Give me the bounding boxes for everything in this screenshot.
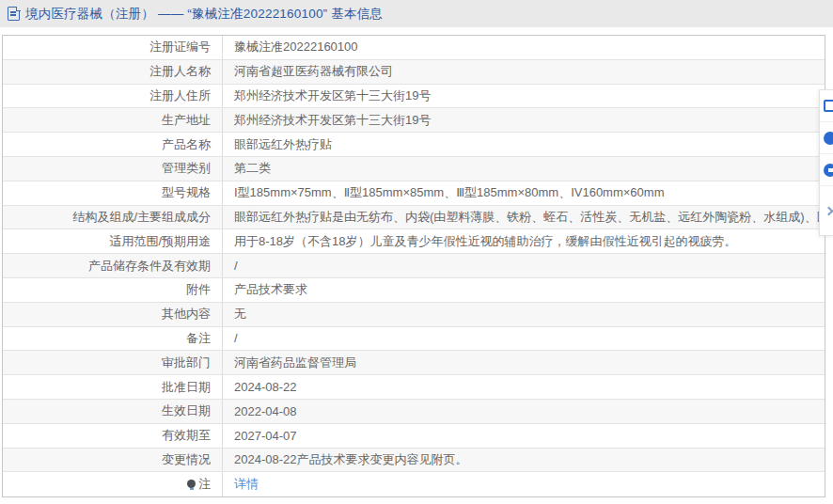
row-value: / bbox=[223, 327, 825, 351]
detail-link[interactable]: 详情 bbox=[234, 476, 259, 493]
circle-icon bbox=[824, 132, 833, 145]
row-value: 2022-04-08 bbox=[223, 400, 825, 423]
square-icon bbox=[824, 100, 833, 112]
row-value: / bbox=[223, 254, 825, 277]
row-label-text: 备注 bbox=[186, 330, 211, 347]
row-value: 第二类 bbox=[223, 157, 825, 181]
table-row: 产品名称眼部远红外热疗贴 bbox=[3, 133, 825, 157]
row-label-text: 注册人住所 bbox=[149, 87, 211, 104]
row-label-text: 生产地址 bbox=[162, 112, 211, 129]
row-label: 生效日期 bbox=[3, 400, 223, 423]
document-icon bbox=[8, 7, 20, 21]
row-label-text: 产品名称 bbox=[162, 136, 211, 153]
share-collapse[interactable] bbox=[820, 186, 833, 235]
table-row: 批准日期2024-08-22 bbox=[3, 375, 825, 400]
row-value: I型185mm×75mm、Ⅱ型185mm×85mm、Ⅲ型185mm×80mm、I… bbox=[223, 181, 825, 205]
share-item-badge[interactable] bbox=[820, 154, 833, 186]
row-label: 注 bbox=[3, 472, 223, 496]
row-value: 眼部远红外热疗贴 bbox=[223, 133, 825, 156]
row-value: 用于8-18岁（不含18岁）儿童及青少年假性近视的辅助治疗，缓解由假性近视引起的… bbox=[223, 229, 825, 253]
row-value-text: 郑州经济技术开发区第十三大街19号 bbox=[234, 87, 431, 104]
row-label-text: 生效日期 bbox=[162, 402, 211, 419]
table-row: 备注/ bbox=[3, 327, 825, 352]
row-label-text: 其他内容 bbox=[162, 306, 211, 323]
row-value: 无 bbox=[223, 303, 825, 326]
row-value: 产品技术要求 bbox=[223, 278, 825, 302]
share-widget bbox=[819, 89, 833, 236]
row-label: 管理类别 bbox=[3, 157, 223, 181]
row-label-text: 注册证编号 bbox=[149, 39, 211, 55]
table-row: 注详情 bbox=[3, 472, 825, 496]
row-value-text: 眼部远红外热疗贴是由无纺布、内袋(由塑料薄膜、铁粉、蛭石、活性炭、无机盐、远红外… bbox=[234, 209, 825, 226]
table-row: 管理类别第二类 bbox=[3, 157, 825, 181]
share-item-circle[interactable] bbox=[820, 122, 833, 154]
row-value-text: 郑州经济技术开发区第十三大街19号 bbox=[234, 112, 431, 129]
row-value-text: 眼部远红外热疗贴 bbox=[234, 136, 332, 153]
row-value-text: 无 bbox=[234, 306, 246, 323]
row-label: 型号规格 bbox=[3, 181, 223, 205]
table-row: 附件产品技术要求 bbox=[3, 278, 825, 303]
table-row: 适用范围/预期用途用于8-18岁（不含18岁）儿童及青少年假性近视的辅助治疗，缓… bbox=[3, 229, 825, 254]
row-label: 注册人住所 bbox=[3, 85, 223, 108]
row-value-text: 产品技术要求 bbox=[234, 281, 307, 298]
row-label: 注册证编号 bbox=[3, 36, 223, 59]
table-row: 审批部门河南省药品监督管理局 bbox=[3, 351, 825, 375]
page-title: 境内医疗器械（注册） —— “豫械注准20222160100” 基本信息 bbox=[25, 6, 383, 23]
row-value-text: 第二类 bbox=[234, 160, 271, 177]
badge-icon bbox=[824, 164, 833, 177]
row-label-text: 型号规格 bbox=[162, 184, 211, 201]
row-value-text: 用于8-18岁（不含18岁）儿童及青少年假性近视的辅助治疗，缓解由假性近视引起的… bbox=[234, 233, 736, 250]
row-label: 注册人名称 bbox=[3, 60, 223, 84]
row-label-text: 注册人名称 bbox=[149, 63, 211, 80]
row-value: 详情 bbox=[223, 472, 825, 496]
row-label-text: 审批部门 bbox=[162, 354, 211, 371]
row-label: 备注 bbox=[3, 327, 223, 351]
table-row: 结构及组成/主要组成成分眼部远红外热疗贴是由无纺布、内袋(由塑料薄膜、铁粉、蛭石… bbox=[3, 206, 825, 230]
table-row: 型号规格I型185mm×75mm、Ⅱ型185mm×85mm、Ⅲ型185mm×80… bbox=[3, 181, 825, 206]
row-label: 附件 bbox=[3, 278, 223, 302]
row-label: 审批部门 bbox=[3, 351, 223, 374]
table-row: 注册证编号豫械注准20222160100 bbox=[3, 36, 825, 60]
note-bulb-icon bbox=[187, 480, 196, 490]
share-item-square[interactable] bbox=[820, 90, 833, 122]
table-row: 生产地址郑州经济技术开发区第十三大街19号 bbox=[3, 108, 825, 133]
row-value-text: I型185mm×75mm、Ⅱ型185mm×85mm、Ⅲ型185mm×80mm、I… bbox=[234, 184, 665, 201]
row-label: 适用范围/预期用途 bbox=[3, 229, 223, 253]
row-value: 眼部远红外热疗贴是由无纺布、内袋(由塑料薄膜、铁粉、蛭石、活性炭、无机盐、远红外… bbox=[223, 206, 825, 229]
row-value-text: 2022-04-08 bbox=[234, 404, 297, 418]
row-value: 河南省药品监督管理局 bbox=[223, 351, 825, 374]
row-value: 郑州经济技术开发区第十三大街19号 bbox=[223, 108, 825, 132]
row-value-text: 2024-08-22 bbox=[234, 380, 297, 394]
row-value: 2024-08-22 bbox=[223, 375, 825, 399]
row-label: 产品名称 bbox=[3, 133, 223, 156]
row-value-text: / bbox=[234, 331, 238, 345]
row-value-text: / bbox=[234, 259, 238, 273]
row-label: 其他内容 bbox=[3, 303, 223, 326]
table-row: 其他内容无 bbox=[3, 303, 825, 327]
row-label-text: 管理类别 bbox=[162, 160, 211, 177]
row-label: 结构及组成/主要组成成分 bbox=[3, 206, 223, 229]
row-value: 豫械注准20222160100 bbox=[223, 36, 825, 59]
row-label-text: 产品储存条件及有效期 bbox=[88, 258, 211, 275]
row-value-text: 2027-04-07 bbox=[234, 429, 297, 443]
row-label-text: 变更情况 bbox=[162, 451, 211, 468]
row-label-text: 附件 bbox=[186, 281, 211, 298]
row-value: 郑州经济技术开发区第十三大街19号 bbox=[223, 85, 825, 108]
row-label-text: 有效期至 bbox=[162, 427, 211, 444]
table-row: 有效期至2027-04-07 bbox=[3, 424, 825, 449]
table-row: 注册人名称河南省超亚医药器械有限公司 bbox=[3, 60, 825, 85]
table-row: 注册人住所郑州经济技术开发区第十三大街19号 bbox=[3, 85, 825, 109]
page-header: 境内医疗器械（注册） —— “豫械注准20222160100” 基本信息 bbox=[0, 0, 833, 27]
row-value-text: 河南省药品监督管理局 bbox=[234, 354, 356, 371]
info-table: 注册证编号豫械注准20222160100注册人名称河南省超亚医药器械有限公司注册… bbox=[2, 35, 825, 497]
row-label: 有效期至 bbox=[3, 424, 223, 448]
row-value-text: 河南省超亚医药器械有限公司 bbox=[234, 63, 393, 80]
row-value: 2024-08-22产品技术要求变更内容见附页。 bbox=[223, 449, 825, 472]
table-row: 生效日期2022-04-08 bbox=[3, 400, 825, 424]
row-label-text: 结构及组成/主要组成成分 bbox=[72, 209, 211, 226]
row-label-text: 注 bbox=[198, 476, 211, 493]
row-label: 生产地址 bbox=[3, 108, 223, 132]
row-label-text: 适用范围/预期用途 bbox=[109, 233, 211, 250]
table-row: 变更情况2024-08-22产品技术要求变更内容见附页。 bbox=[3, 449, 825, 473]
row-label-text: 批准日期 bbox=[162, 379, 211, 396]
